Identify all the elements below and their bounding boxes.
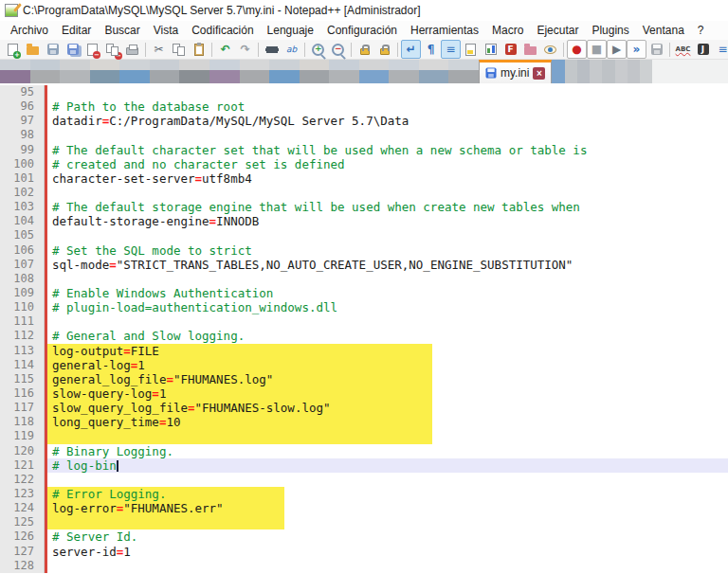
code-text: log-output=FILE	[47, 344, 159, 358]
config-text: slow_query_log_file	[52, 401, 188, 415]
highlight-band	[47, 429, 432, 443]
tab-my-ini[interactable]: my.ini ×	[479, 60, 552, 83]
macro-save-icon[interactable]	[646, 40, 666, 59]
macro-run-multiple-icon[interactable]: »	[627, 40, 646, 59]
editor-line: 121# log-bin	[0, 458, 728, 473]
sync-horizontal-scroll-icon[interactable]	[374, 40, 394, 59]
zoom-in-icon[interactable]: +	[308, 40, 328, 59]
code-line[interactable]: # Set the SQL mode to strict	[47, 243, 728, 258]
code-line[interactable]: server-id=1	[47, 545, 728, 559]
code-line[interactable]: datadir=C:/ProgramData/MySQL/MySQL Serve…	[47, 114, 728, 128]
code-line[interactable]: general_log_file="FHUMANES.log"	[47, 372, 728, 386]
paste-icon[interactable]	[189, 40, 209, 59]
equals-operator: =	[109, 258, 117, 272]
spell-check-icon[interactable]: ABC	[673, 40, 693, 59]
open-folder-icon[interactable]	[23, 40, 43, 59]
word-wrap-icon[interactable]: ↵	[401, 40, 421, 59]
line-number: 126	[0, 529, 44, 544]
code-line[interactable]: slow-query-log=1	[47, 386, 728, 401]
document-list-icon[interactable]: F	[500, 40, 520, 59]
code-line[interactable]: long_query_time=10	[47, 415, 728, 429]
editor[interactable]: 9596# Path to the database root97datadir…	[0, 83, 728, 574]
code-line[interactable]	[47, 272, 728, 286]
code-line[interactable]: # Enable Windows Authentication	[47, 286, 728, 300]
code-line[interactable]	[47, 473, 728, 487]
menu-item-codificacin[interactable]: Codificación	[185, 22, 260, 39]
json-plugin-icon[interactable]: J	[693, 40, 713, 59]
code-line[interactable]: # Error Logging.	[47, 487, 728, 501]
code-line[interactable]: default-storage-engine=INNODB	[47, 214, 728, 228]
macro-stop-icon[interactable]: ■	[587, 40, 607, 59]
indent-guide-icon[interactable]: ≡	[441, 40, 461, 59]
code-line[interactable]: character-set-server=utf8mb4	[47, 171, 728, 186]
find-icon[interactable]	[262, 40, 282, 59]
new-file-icon[interactable]: +	[3, 40, 23, 59]
code-line[interactable]: # The default storage engine that will b…	[47, 200, 728, 214]
show-all-characters-icon[interactable]: ¶	[421, 40, 441, 59]
folder-as-workspace-icon[interactable]	[520, 40, 540, 59]
code-line[interactable]: slow_query_log_file="FHUMANES-slow.log"	[47, 401, 728, 415]
code-text: character-set-server=utf8mb4	[47, 171, 252, 186]
editor-line: 119	[0, 429, 728, 443]
code-line[interactable]	[47, 228, 728, 242]
code-line[interactable]	[47, 314, 728, 329]
code-line[interactable]: # plugin-load=authentication_windows.dll	[47, 300, 728, 314]
menu-item-plugins[interactable]: Plugins	[585, 22, 635, 39]
menu-item-editar[interactable]: Editar	[55, 22, 98, 39]
redacted-tabs-right[interactable]	[552, 60, 652, 83]
line-number: 95	[0, 85, 44, 99]
menu-item-vista[interactable]: Vista	[147, 22, 185, 39]
redacted-tabs-left[interactable]	[0, 60, 479, 83]
cut-icon[interactable]: ✂	[149, 40, 169, 59]
replace-icon[interactable]: ab	[282, 40, 301, 59]
code-line-current[interactable]: # log-bin	[47, 458, 728, 473]
code-line[interactable]: # created and no character set is define…	[47, 157, 728, 171]
code-line[interactable]: # General and Slow logging.	[47, 329, 728, 343]
code-line[interactable]: # Path to the database root	[47, 99, 728, 114]
code-line[interactable]	[47, 85, 728, 99]
code-line[interactable]	[47, 559, 728, 573]
menu-item-macro[interactable]: Macro	[485, 22, 530, 39]
code-line[interactable]: sql-mode="STRICT_TRANS_TABLES,NO_AUTO_CR…	[47, 258, 728, 272]
code-line[interactable]	[47, 186, 728, 200]
menu-item-configuracin[interactable]: Configuración	[320, 22, 404, 39]
macro-play-icon[interactable]: ▶	[607, 40, 627, 59]
menu-item-[interactable]: ?	[691, 22, 711, 39]
zoom-in-icon-glyph: +	[312, 44, 324, 56]
document-map-icon[interactable]	[481, 40, 500, 59]
code-line[interactable]: log-error="FHUMANES.err"	[47, 501, 728, 515]
menu-item-ventana[interactable]: Ventana	[636, 22, 691, 39]
close-all-icon[interactable]: −	[102, 40, 122, 59]
function-list-icon[interactable]	[461, 40, 481, 59]
redacted-cell	[269, 60, 300, 70]
code-line[interactable]: general-log=1	[47, 358, 728, 372]
code-line[interactable]	[47, 429, 728, 443]
comment-text: # The default character set that will be…	[52, 143, 587, 157]
code-line[interactable]	[47, 128, 728, 142]
save-all-icon[interactable]	[63, 40, 82, 59]
code-line[interactable]: # Server Id.	[47, 529, 728, 544]
print-icon[interactable]	[122, 40, 142, 59]
zoom-out-icon[interactable]: −	[328, 40, 348, 59]
menu-item-herramientas[interactable]: Herramientas	[404, 22, 485, 39]
monitoring-eye-icon[interactable]	[540, 40, 560, 59]
save-icon[interactable]	[43, 40, 63, 59]
sync-vertical-scroll-icon[interactable]	[355, 40, 374, 59]
editor-line: 104default-storage-engine=INNODB	[0, 214, 728, 228]
menu-item-archivo[interactable]: Archivo	[4, 22, 55, 39]
undo-icon[interactable]: ↶	[215, 40, 235, 59]
code-line[interactable]: log-output=FILE	[47, 344, 728, 358]
indent-align-icon[interactable]: ≡	[713, 40, 728, 59]
tab-close-icon[interactable]: ×	[533, 67, 545, 80]
toolbar-separator	[397, 43, 398, 57]
redo-icon[interactable]: ↷	[235, 40, 255, 59]
code-line[interactable]	[47, 515, 728, 529]
close-file-icon[interactable]: −	[82, 40, 102, 59]
menu-item-buscar[interactable]: Buscar	[98, 22, 146, 39]
code-line[interactable]: # Binary Logging.	[47, 444, 728, 458]
macro-record-icon[interactable]: ●	[567, 40, 587, 59]
copy-icon[interactable]	[169, 40, 189, 59]
menu-item-lenguaje[interactable]: Lenguaje	[261, 22, 320, 39]
code-line[interactable]: # The default character set that will be…	[47, 143, 728, 157]
menu-item-ejecutar[interactable]: Ejecutar	[530, 22, 585, 39]
